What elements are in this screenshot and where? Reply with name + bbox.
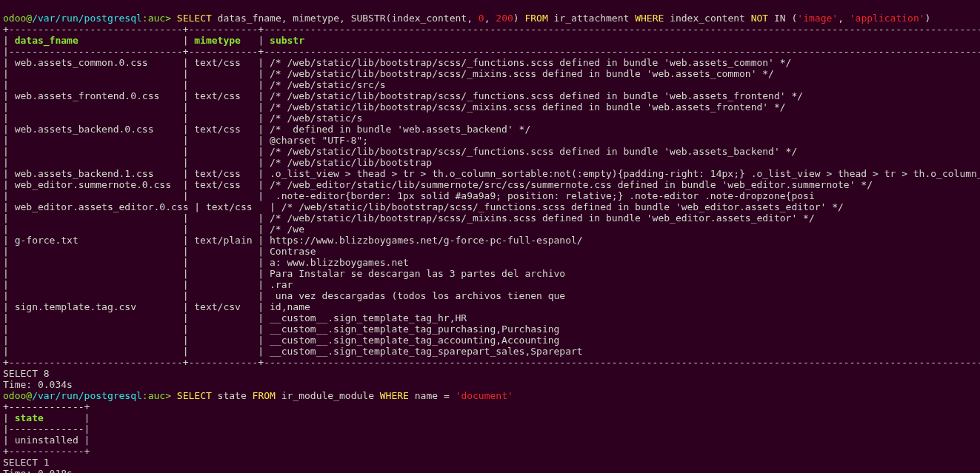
kw-where: WHERE <box>635 13 664 24</box>
col-mimetype: mimetype <box>194 35 252 46</box>
kw-select: SELECT <box>177 13 212 24</box>
prompt-db: :auc> <box>142 13 171 24</box>
col-datas-fname: datas_fname <box>15 35 177 46</box>
terminal-output: odoo@/var/run/postgresql:auc> SELECT dat… <box>3 13 977 473</box>
col-substr: substr <box>270 35 304 46</box>
col-state: state <box>15 412 56 423</box>
kw-from: FROM <box>524 13 547 24</box>
prompt-path: /var/run/postgresql <box>32 13 142 24</box>
prompt-user: odoo@ <box>3 13 32 24</box>
